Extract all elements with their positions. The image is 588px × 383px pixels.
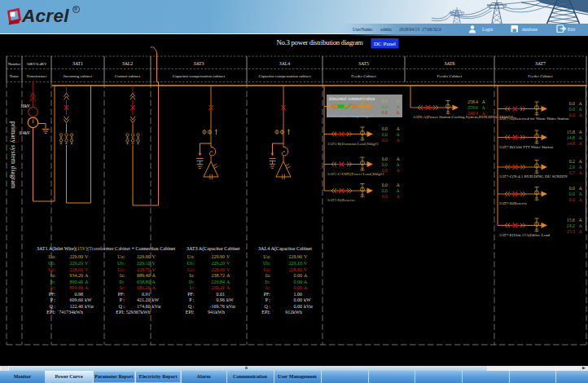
svg-text:A: A [579,141,583,146]
svg-text:Ic:: Ic: [265,285,271,290]
svg-text:0.0: 0.0 [382,188,388,193]
svg-text:0.0: 0.0 [382,183,388,187]
svg-text:3AL4 A(Capacitor Cabinet: 3AL4 A(Capacitor Cabinet [258,246,312,252]
svg-text:V: V [304,254,308,259]
svg-text:Ua:: Ua: [263,254,270,259]
svg-text:0.0: 0.0 [382,162,388,167]
svg-text:421.20: 421.20 [137,297,151,302]
svg-text:0.00: 0.00 [294,273,303,278]
svg-text:0.0: 0.0 [569,107,575,112]
svg-text:3AT5: 3AT5 [358,61,369,66]
svg-text:Uc:: Uc: [117,267,125,272]
svg-text:Ic:: Ic: [50,285,56,290]
svg-text:Q :: Q : [119,304,125,309]
svg-text:A: A [579,130,583,134]
svg-text:Capacitor compensation cabinet: Capacitor compensation cabinet [173,74,226,78]
svg-text:primary system diagram: primary system diagram [10,121,17,188]
svg-text:A: A [304,273,308,278]
svg-text:A: A [482,99,486,104]
svg-text:P :: P : [120,297,125,302]
svg-text:14.8: 14.8 [567,141,575,146]
svg-text:A: A [397,156,401,161]
svg-text:609.60: 609.60 [70,297,84,302]
svg-text:3AL4: 3AL4 [279,61,291,66]
svg-text:Ic:: Ic: [189,285,195,290]
svg-text:229.10: 229.10 [137,261,151,266]
svg-text:Q :: Q : [265,304,271,309]
svg-text:A: A [304,285,308,290]
svg-text:V: V [85,254,89,259]
svg-text:A: A [397,132,401,137]
svg-text:A: A [397,168,401,173]
svg-text:259.6: 259.6 [467,105,478,110]
svg-text:Feeder Cabinet: Feeder Cabinet [437,74,463,78]
svg-text:174.60: 174.60 [137,304,151,309]
svg-text:529367kWh: 529367kWh [126,310,151,315]
svg-text:Abnormal communication: Abnormal communication [329,96,375,101]
svg-text:kVar: kVar [152,304,161,309]
svg-text:Contact cabinet: Contact cabinet [115,74,141,78]
svg-text:A: A [579,159,583,164]
svg-text:3AT7-E(Unit 17A(Office Load: 3AT7-E(Unit 17A(Office Load [499,233,551,237]
svg-text:229.90: 229.90 [70,254,84,259]
svg-text:0.0: 0.0 [382,138,388,143]
svg-text:Feeder Cabinet: Feeder Cabinet [528,74,553,78]
svg-text:0.0: 0.0 [382,194,388,199]
svg-text:3AT7-A(Reserved for Waste Wate: 3AT7-A(Reserved for Waste Water Station [499,117,569,121]
svg-text:DC Panel: DC Panel [374,41,396,47]
svg-text:kVar: kVar [304,304,313,309]
svg-text:A: A [482,105,486,110]
svg-text:A: A [579,135,583,140]
svg-text:A: A [226,280,230,284]
svg-text:0.0: 0.0 [382,126,388,131]
svg-text:10kV: 10kV [20,103,30,108]
svg-text:741734kWh: 741734kWh [59,310,83,315]
svg-text:1.00: 1.00 [294,292,303,297]
svg-text:3AT5-D(Reserve: 3AT5-D(Reserve [327,198,356,202]
svg-text:Ia:: Ia: [189,273,195,278]
svg-text:229.10: 229.10 [289,261,303,266]
svg-text:EPI:: EPI: [186,310,195,315]
svg-text:V: V [152,254,156,259]
svg-text:890.40: 890.40 [70,280,84,284]
svg-text:14.8: 14.8 [567,135,575,140]
svg-text:25.3: 25.3 [567,229,575,234]
svg-text:A: A [579,112,583,117]
svg-text:A: A [579,223,583,228]
svg-text:PF:: PF: [49,292,56,297]
svg-text:P :: P : [265,297,271,302]
svg-text:229.90: 229.90 [289,254,303,259]
svg-text:A: A [397,162,401,167]
svg-text:0.01: 0.01 [217,292,226,297]
svg-text:229.20: 229.20 [212,261,226,266]
svg-text:3AL2: 3AL2 [122,61,134,66]
svg-text:3AT3 A(Capacitor Cabinet: 3AT3 A(Capacitor Cabinet [186,246,240,252]
svg-text:P :: P : [189,297,195,302]
svg-text:Uc:: Uc: [48,267,55,272]
svg-text:0.2: 0.2 [569,159,575,164]
svg-text:Ua:: Ua: [48,254,55,259]
svg-text:kVar: kVar [226,304,235,309]
svg-text:Ib:: Ib: [189,280,195,284]
svg-text:228.00: 228.00 [70,267,84,272]
svg-text:226.84: 226.84 [212,280,226,284]
svg-text:kW: kW [85,297,92,302]
svg-text:kVar: kVar [85,304,94,309]
svg-text:Ib:: Ib: [119,280,125,284]
svg-text:V: V [152,261,156,266]
svg-text:No.3 power distribution diagra: No.3 power distribution diagram [276,38,363,46]
svg-text:0.00: 0.00 [294,285,303,290]
svg-text:3AT1 A(Inlet Wire)(15V)(Transf: 3AT1 A(Inlet Wire)(15V)(Transformer Cabi… [37,246,175,252]
svg-text:V: V [85,267,89,272]
svg-text:A: A [579,107,583,112]
svg-text:kW: kW [304,297,311,302]
svg-text:Number: Number [8,62,21,66]
svg-text:A: A [579,186,583,191]
svg-text:A: A [226,273,230,278]
svg-text:A: A [152,285,156,290]
svg-text:-169.76: -169.76 [210,304,226,309]
svg-text:3AT6-A(Power Station Cooling S: 3AT6-A(Power Station Cooling System,BUIL… [413,115,513,120]
svg-text:10KV/0.4KV: 10KV/0.4KV [27,62,47,66]
svg-text:EPI:: EPI: [116,310,125,315]
svg-text:Ia:: Ia: [120,273,125,278]
